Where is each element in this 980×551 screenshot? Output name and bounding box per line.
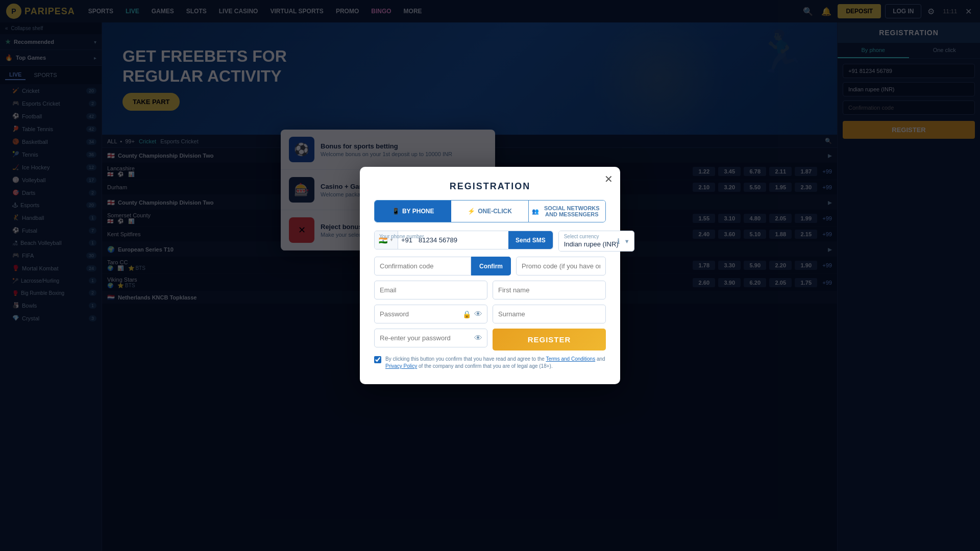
currency-chevron-icon: ▼ xyxy=(624,238,630,244)
re-pass-eye-icon[interactable]: 👁 xyxy=(474,334,482,343)
one-click-tab-icon: ⚡ xyxy=(468,208,475,215)
first-name-input[interactable] xyxy=(493,281,606,299)
phone-tab-label: BY PHONE xyxy=(402,208,434,215)
one-click-tab-label: ONE-CLICK xyxy=(478,208,512,215)
register-button[interactable]: REGISTER xyxy=(493,329,606,350)
phone-input-group: Your phone number 🇮🇳 ▼ +91 Send SMS xyxy=(374,231,553,252)
terms-row: By clicking this button you confirm that… xyxy=(374,356,606,370)
terms-link-1[interactable]: Terms and Conditions xyxy=(546,356,595,362)
promo-code-input[interactable] xyxy=(516,257,606,276)
terms-text-before: By clicking this button you confirm that… xyxy=(385,356,546,362)
form-row-password-surname: 🔒 👁 xyxy=(374,305,606,323)
form-row-confirmation: Confirm xyxy=(374,257,606,276)
lock-icon: 🔒 xyxy=(462,310,471,318)
currency-wrap: Select currency Indian rupee (INR) US Do… xyxy=(558,231,634,252)
re-pass-wrapper: 👁 xyxy=(374,329,487,347)
phone-input-wrapper: 🇮🇳 ▼ +91 Send SMS xyxy=(374,231,553,249)
india-flag-icon: 🇮🇳 xyxy=(379,236,387,244)
phone-flag-selector[interactable]: 🇮🇳 ▼ xyxy=(375,231,398,249)
phone-number-input[interactable] xyxy=(414,231,508,249)
modal-tabs: 📱 BY PHONE ⚡ ONE-CLICK 👥 SOCIAL NETWORKS… xyxy=(374,200,606,222)
tab-one-click[interactable]: ⚡ ONE-CLICK xyxy=(451,201,528,222)
confirm-button[interactable]: Confirm xyxy=(471,257,511,276)
modal-close-button[interactable]: ✕ xyxy=(604,173,613,185)
surname-input[interactable] xyxy=(493,305,606,323)
phone-tab-icon: 📱 xyxy=(392,208,400,215)
currency-group: Select currency Indian rupee (INR) US Do… xyxy=(558,231,634,252)
email-group xyxy=(374,281,487,299)
re-password-group: 👁 xyxy=(374,329,487,350)
pass-input-wrapper: 🔒 👁 xyxy=(374,305,487,323)
modal-title: REGISTRATION xyxy=(374,181,606,192)
modal-overlay: ✕ REGISTRATION 📱 BY PHONE ⚡ ONE-CLICK 👥 … xyxy=(0,0,980,551)
currency-info-icon: ℹ xyxy=(617,237,620,245)
form-row-phone: Your phone number 🇮🇳 ▼ +91 Send SMS Sele… xyxy=(374,231,606,252)
confirmation-group: Confirm xyxy=(374,257,511,276)
terms-text-after: of the company and confirm that you are … xyxy=(417,363,552,369)
terms-checkbox[interactable] xyxy=(374,356,381,363)
terms-link-2[interactable]: Privacy Policy xyxy=(385,363,417,369)
terms-text: By clicking this button you confirm that… xyxy=(385,356,606,370)
social-tab-icon: 👥 xyxy=(532,208,539,215)
form-row-email-firstname xyxy=(374,281,606,299)
chevron-flag-icon: ▼ xyxy=(389,238,394,242)
tab-social[interactable]: 👥 SOCIAL NETWORKS AND MESSENGERS xyxy=(529,201,605,222)
password-group: 🔒 👁 xyxy=(374,305,487,323)
promo-group xyxy=(516,257,606,276)
send-sms-button[interactable]: Send SMS xyxy=(508,231,553,249)
form-row-repassword-register: 👁 REGISTER xyxy=(374,329,606,350)
tab-by-phone[interactable]: 📱 BY PHONE xyxy=(375,201,451,222)
register-btn-group: REGISTER xyxy=(493,329,606,350)
confirmation-code-input[interactable] xyxy=(374,257,471,276)
eye-icon[interactable]: 👁 xyxy=(474,310,482,319)
surname-group xyxy=(493,305,606,323)
social-tab-label: SOCIAL NETWORKS AND MESSENGERS xyxy=(542,205,602,217)
terms-text-mid: and xyxy=(595,356,605,362)
currency-field-label: Select currency xyxy=(564,234,599,239)
email-input[interactable] xyxy=(374,281,487,299)
confirmation-input-wrapper: Confirm xyxy=(374,257,511,276)
phone-country-code: +91 xyxy=(398,231,414,249)
registration-modal: ✕ REGISTRATION 📱 BY PHONE ⚡ ONE-CLICK 👥 … xyxy=(360,167,620,384)
re-password-input[interactable] xyxy=(374,329,487,347)
firstname-group xyxy=(493,281,606,299)
